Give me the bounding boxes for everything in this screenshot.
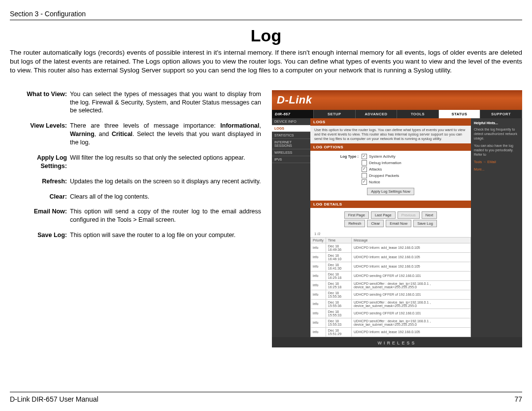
table-row: infoDec 18 15:51:29UDHCPD Inform: add_le… [311, 327, 471, 337]
section-log-details: LOG DETAILS [310, 201, 471, 208]
page-indicator: 1 /2 [310, 231, 471, 237]
last-page-button[interactable]: Last Page [371, 211, 396, 219]
section-header: Section 3 - Configuration [10, 10, 522, 20]
definition-text: Updates the log details on the screen so… [70, 177, 261, 186]
option-label: System Activity [369, 154, 396, 159]
help-link-email[interactable]: Tools → EMail [474, 160, 519, 164]
footer-manual: D-Link DIR-657 User Manual [10, 395, 99, 403]
checkbox[interactable] [362, 160, 367, 166]
sidebar-item-internet-sessions[interactable]: INTERNET SESSIONS [272, 139, 310, 149]
refresh-button[interactable]: Refresh [344, 220, 365, 227]
apply-log-settings-button[interactable]: Apply Log Settings Now [367, 188, 414, 195]
previous-button[interactable]: Previous [398, 211, 420, 219]
clear-button[interactable]: Clear [367, 220, 384, 227]
table-row: infoDec 18 16:46:10UDHCPD Inform: add_le… [311, 252, 471, 262]
logs-description: Use this option to view the router logs.… [310, 126, 471, 143]
definition-text: You can select the types of messages tha… [70, 90, 261, 115]
log-option-row: ✓Notice [314, 179, 467, 185]
table-row: infoDec 18 16:25:18UDHCPD sending OFFER … [311, 271, 471, 280]
first-page-button[interactable]: First Page [344, 211, 369, 219]
definition-row: What to View:You can select the types of… [10, 90, 261, 115]
checkbox[interactable] [362, 173, 367, 178]
table-row: infoDec 18 15:55:36UDHCPD sendOffer : de… [311, 299, 471, 308]
log-type-label: Log Type : [314, 154, 362, 159]
tab-advanced[interactable]: ADVANCED [356, 110, 398, 118]
help-panel: Helpful Hints... Check the log frequentl… [471, 118, 522, 337]
definition-row: Refresh:Updates the log details on the s… [10, 177, 261, 186]
sidebar-item-device-info[interactable]: DEVICE INFO [272, 118, 310, 125]
option-label: Debug Information [369, 161, 401, 165]
table-row: infoDec 18 16:25:18UDHCPD sendOffer : de… [311, 280, 471, 290]
checkbox[interactable]: ✓ [362, 154, 367, 159]
table-row: infoDec 18 16:41:30UDHCPD Inform: add_le… [311, 262, 471, 271]
option-label: Attacks [369, 167, 382, 171]
router-main: LOGS Use this option to view the router … [310, 118, 471, 337]
definition-label: Clear: [10, 193, 70, 201]
definition-row: Clear:Clears all of the log contents. [10, 193, 261, 201]
log-option-row: Debug Information [314, 160, 467, 166]
tab-setup[interactable]: SETUP [314, 110, 356, 118]
option-label: Notice [369, 180, 380, 184]
save-log-button[interactable]: Save Log [413, 220, 437, 227]
definition-label: What to View: [10, 90, 70, 115]
definition-row: Apply Log Settings:Will filter the log r… [10, 154, 261, 171]
table-row: infoDec 18 15:55:36UDHCPD sending OFFER … [311, 290, 471, 299]
option-label: Dropped Packets [369, 173, 399, 178]
sidebar-item-statistics[interactable]: STATISTICS [272, 132, 310, 139]
log-option-row: Log Type :✓System Activity [314, 154, 467, 159]
checkbox[interactable]: ✓ [362, 167, 367, 172]
tab-status[interactable]: STATUS [439, 110, 481, 118]
definition-text: This option will send a copy of the rout… [70, 207, 261, 224]
router-screenshot: D-Link DIR-657 SETUPADVANCEDTOOLSSTATUSS… [272, 90, 522, 347]
tab-tools[interactable]: TOOLS [397, 110, 439, 118]
help-text-1: Check the log frequently to detect unaut… [474, 127, 519, 140]
email-now-button[interactable]: Email Now [386, 220, 411, 227]
definition-text: Will filter the log results so that only… [70, 154, 261, 171]
sidebar-item-wireless[interactable]: WIRELESS [272, 149, 310, 156]
router-footer: WIRELESS [272, 337, 522, 347]
router-sidebar: DEVICE INFOLOGSSTATISTICSINTERNET SESSIO… [272, 118, 310, 337]
router-model: DIR-657 [272, 110, 314, 118]
help-text-2: You can also have the log mailed to you … [474, 143, 519, 164]
footer-page: 77 [514, 395, 522, 403]
page-title: Log [10, 26, 522, 45]
definition-row: Save Log:This option will save the route… [10, 231, 261, 240]
col-header: Time [326, 237, 351, 243]
col-header: Priority [311, 237, 326, 243]
table-row: infoDec 18 15:55:33UDHCPD sendOffer : de… [311, 318, 471, 327]
log-option-row: ✓Attacks [314, 167, 467, 172]
definition-label: Refresh: [10, 177, 70, 186]
definition-label: Save Log: [10, 231, 70, 240]
definition-label: Email Now: [10, 207, 70, 224]
sidebar-item-ipv6[interactable]: IPV6 [272, 156, 310, 163]
definition-label: View Levels: [10, 122, 70, 147]
log-table: PriorityTimeMessageinfoDec 18 16:49:36UD… [310, 237, 471, 337]
intro-paragraph: The router automatically logs (records) … [10, 48, 522, 75]
definition-label: Apply Log Settings: [10, 154, 70, 171]
definition-row: Email Now:This option will send a copy o… [10, 207, 261, 224]
definition-row: View Levels:There are three levels of me… [10, 122, 261, 147]
definition-text: This option will save the router to a lo… [70, 231, 261, 240]
section-log-options: LOG OPTIONS [310, 143, 471, 151]
checkbox[interactable]: ✓ [362, 179, 367, 185]
table-row: infoDec 18 16:49:36UDHCPD Inform: add_le… [311, 243, 471, 252]
definition-text: There are three levels of message import… [70, 122, 261, 147]
help-heading: Helpful Hints... [474, 121, 519, 125]
definition-text: Clears all of the log contents. [70, 193, 261, 201]
router-brand: D-Link [272, 90, 522, 110]
sidebar-item-logs[interactable]: LOGS [272, 125, 310, 132]
next-button[interactable]: Next [422, 211, 437, 219]
table-row: infoDec 18 15:55:33UDHCPD sending OFFER … [311, 308, 471, 318]
col-header: Message [352, 237, 471, 243]
help-more-link[interactable]: More... [474, 167, 519, 171]
log-option-row: Dropped Packets [314, 173, 467, 178]
tab-support[interactable]: SUPPORT [480, 110, 522, 118]
section-logs: LOGS [310, 118, 471, 126]
router-tabs: DIR-657 SETUPADVANCEDTOOLSSTATUSSUPPORT [272, 110, 522, 118]
definitions-list: What to View:You can select the types of… [10, 90, 261, 347]
